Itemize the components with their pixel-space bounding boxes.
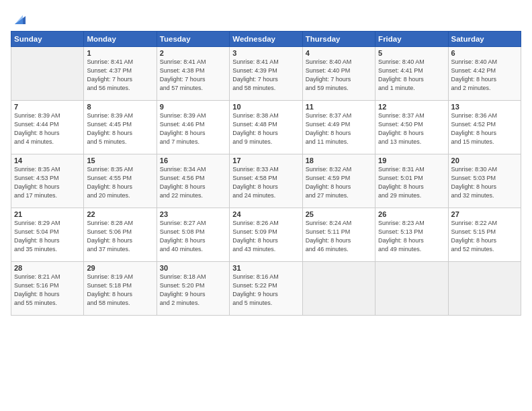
day-info: Sunrise: 8:40 AM Sunset: 4:40 PM Dayligh… xyxy=(306,58,372,93)
day-number: 11 xyxy=(306,103,372,111)
day-info: Sunrise: 8:41 AM Sunset: 4:37 PM Dayligh… xyxy=(87,58,153,93)
calendar-cell: 11Sunrise: 8:37 AM Sunset: 4:49 PM Dayli… xyxy=(302,101,375,154)
day-number: 21 xyxy=(14,210,81,218)
calendar-cell: 29Sunrise: 8:19 AM Sunset: 5:18 PM Dayli… xyxy=(84,262,157,316)
day-number: 2 xyxy=(160,49,226,57)
day-number: 5 xyxy=(378,49,445,57)
day-info: Sunrise: 8:27 AM Sunset: 5:08 PM Dayligh… xyxy=(160,219,226,254)
day-number: 17 xyxy=(232,156,299,165)
week-row-1: 7Sunrise: 8:39 AM Sunset: 4:44 PM Daylig… xyxy=(11,101,521,154)
day-number: 13 xyxy=(451,103,518,111)
logo-icon xyxy=(12,11,28,27)
day-info: Sunrise: 8:26 AM Sunset: 5:09 PM Dayligh… xyxy=(232,219,299,254)
day-number: 12 xyxy=(378,103,445,111)
calendar-cell: 25Sunrise: 8:24 AM Sunset: 5:11 PM Dayli… xyxy=(302,208,375,262)
calendar-cell xyxy=(302,262,375,316)
day-number: 18 xyxy=(306,156,372,165)
day-info: Sunrise: 8:23 AM Sunset: 5:13 PM Dayligh… xyxy=(378,219,445,254)
day-info: Sunrise: 8:21 AM Sunset: 5:16 PM Dayligh… xyxy=(14,273,81,308)
day-number: 28 xyxy=(14,264,81,272)
day-info: Sunrise: 8:32 AM Sunset: 4:59 PM Dayligh… xyxy=(306,165,372,200)
calendar-cell: 1Sunrise: 8:41 AM Sunset: 4:37 PM Daylig… xyxy=(84,47,157,101)
calendar-cell: 4Sunrise: 8:40 AM Sunset: 4:40 PM Daylig… xyxy=(302,47,375,101)
calendar-cell: 12Sunrise: 8:37 AM Sunset: 4:50 PM Dayli… xyxy=(375,101,448,154)
calendar-cell: 24Sunrise: 8:26 AM Sunset: 5:09 PM Dayli… xyxy=(230,208,302,262)
calendar-cell xyxy=(11,47,84,101)
logo xyxy=(11,8,28,27)
day-number: 7 xyxy=(14,103,81,111)
week-row-0: 1Sunrise: 8:41 AM Sunset: 4:37 PM Daylig… xyxy=(11,47,521,101)
day-info: Sunrise: 8:41 AM Sunset: 4:39 PM Dayligh… xyxy=(232,58,299,93)
day-number: 16 xyxy=(160,156,226,165)
calendar-cell: 18Sunrise: 8:32 AM Sunset: 4:59 PM Dayli… xyxy=(302,154,375,208)
day-number: 15 xyxy=(87,156,153,165)
col-header-friday: Friday xyxy=(375,32,448,47)
calendar-cell: 3Sunrise: 8:41 AM Sunset: 4:39 PM Daylig… xyxy=(230,47,302,101)
day-info: Sunrise: 8:19 AM Sunset: 5:18 PM Dayligh… xyxy=(87,273,153,308)
day-info: Sunrise: 8:34 AM Sunset: 4:56 PM Dayligh… xyxy=(160,165,226,200)
day-number: 23 xyxy=(160,210,226,218)
day-number: 22 xyxy=(87,210,153,218)
day-info: Sunrise: 8:22 AM Sunset: 5:15 PM Dayligh… xyxy=(451,219,518,254)
day-number: 9 xyxy=(160,103,226,111)
calendar-cell xyxy=(375,262,448,316)
day-info: Sunrise: 8:30 AM Sunset: 5:03 PM Dayligh… xyxy=(451,165,518,200)
day-number: 1 xyxy=(87,49,153,57)
day-number: 31 xyxy=(232,264,299,272)
calendar-cell: 27Sunrise: 8:22 AM Sunset: 5:15 PM Dayli… xyxy=(448,208,521,262)
calendar-cell: 19Sunrise: 8:31 AM Sunset: 5:01 PM Dayli… xyxy=(375,154,448,208)
col-header-wednesday: Wednesday xyxy=(230,32,302,47)
day-number: 3 xyxy=(232,49,299,57)
day-number: 19 xyxy=(378,156,445,165)
col-header-tuesday: Tuesday xyxy=(157,32,229,47)
week-row-3: 21Sunrise: 8:29 AM Sunset: 5:04 PM Dayli… xyxy=(11,208,521,262)
calendar-cell: 26Sunrise: 8:23 AM Sunset: 5:13 PM Dayli… xyxy=(375,208,448,262)
day-number: 30 xyxy=(160,264,226,272)
day-number: 24 xyxy=(232,210,299,218)
day-info: Sunrise: 8:39 AM Sunset: 4:44 PM Dayligh… xyxy=(14,111,81,146)
calendar-cell xyxy=(448,262,521,316)
calendar-cell: 30Sunrise: 8:18 AM Sunset: 5:20 PM Dayli… xyxy=(157,262,229,316)
calendar-cell: 10Sunrise: 8:38 AM Sunset: 4:48 PM Dayli… xyxy=(230,101,302,154)
col-header-thursday: Thursday xyxy=(302,32,375,47)
calendar-cell: 8Sunrise: 8:39 AM Sunset: 4:45 PM Daylig… xyxy=(84,101,157,154)
week-row-4: 28Sunrise: 8:21 AM Sunset: 5:16 PM Dayli… xyxy=(11,262,521,316)
day-info: Sunrise: 8:33 AM Sunset: 4:58 PM Dayligh… xyxy=(232,165,299,200)
day-number: 25 xyxy=(306,210,372,218)
day-number: 26 xyxy=(378,210,445,218)
col-header-monday: Monday xyxy=(84,32,157,47)
calendar-cell: 28Sunrise: 8:21 AM Sunset: 5:16 PM Dayli… xyxy=(11,262,84,316)
day-info: Sunrise: 8:40 AM Sunset: 4:41 PM Dayligh… xyxy=(378,58,445,93)
calendar-header-row: SundayMondayTuesdayWednesdayThursdayFrid… xyxy=(11,32,521,47)
day-info: Sunrise: 8:18 AM Sunset: 5:20 PM Dayligh… xyxy=(160,273,226,308)
logo-block xyxy=(11,11,28,27)
day-info: Sunrise: 8:24 AM Sunset: 5:11 PM Dayligh… xyxy=(306,219,372,254)
calendar-cell: 16Sunrise: 8:34 AM Sunset: 4:56 PM Dayli… xyxy=(157,154,229,208)
header xyxy=(11,8,521,27)
calendar-cell: 15Sunrise: 8:35 AM Sunset: 4:55 PM Dayli… xyxy=(84,154,157,208)
day-info: Sunrise: 8:36 AM Sunset: 4:52 PM Dayligh… xyxy=(451,111,518,146)
calendar-cell: 20Sunrise: 8:30 AM Sunset: 5:03 PM Dayli… xyxy=(448,154,521,208)
day-info: Sunrise: 8:16 AM Sunset: 5:22 PM Dayligh… xyxy=(232,273,299,308)
day-info: Sunrise: 8:37 AM Sunset: 4:50 PM Dayligh… xyxy=(378,111,445,146)
calendar-cell: 6Sunrise: 8:40 AM Sunset: 4:42 PM Daylig… xyxy=(448,47,521,101)
page: SundayMondayTuesdayWednesdayThursdayFrid… xyxy=(0,0,532,411)
day-info: Sunrise: 8:28 AM Sunset: 5:06 PM Dayligh… xyxy=(87,219,153,254)
calendar-cell: 21Sunrise: 8:29 AM Sunset: 5:04 PM Dayli… xyxy=(11,208,84,262)
svg-marker-1 xyxy=(15,15,23,24)
calendar-cell: 31Sunrise: 8:16 AM Sunset: 5:22 PM Dayli… xyxy=(230,262,302,316)
calendar-cell: 17Sunrise: 8:33 AM Sunset: 4:58 PM Dayli… xyxy=(230,154,302,208)
calendar-cell: 22Sunrise: 8:28 AM Sunset: 5:06 PM Dayli… xyxy=(84,208,157,262)
day-info: Sunrise: 8:37 AM Sunset: 4:49 PM Dayligh… xyxy=(306,111,372,146)
day-info: Sunrise: 8:31 AM Sunset: 5:01 PM Dayligh… xyxy=(378,165,445,200)
calendar-cell: 5Sunrise: 8:40 AM Sunset: 4:41 PM Daylig… xyxy=(375,47,448,101)
calendar-table: SundayMondayTuesdayWednesdayThursdayFrid… xyxy=(11,31,521,316)
day-number: 6 xyxy=(451,49,518,57)
day-number: 4 xyxy=(306,49,372,57)
day-info: Sunrise: 8:38 AM Sunset: 4:48 PM Dayligh… xyxy=(232,111,299,146)
calendar-cell: 23Sunrise: 8:27 AM Sunset: 5:08 PM Dayli… xyxy=(157,208,229,262)
week-row-2: 14Sunrise: 8:35 AM Sunset: 4:53 PM Dayli… xyxy=(11,154,521,208)
day-number: 10 xyxy=(232,103,299,111)
day-info: Sunrise: 8:39 AM Sunset: 4:46 PM Dayligh… xyxy=(160,111,226,146)
day-number: 14 xyxy=(14,156,81,165)
